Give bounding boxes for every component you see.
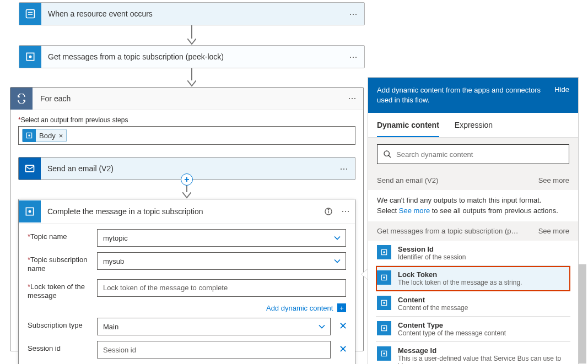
servicebus-icon: [19, 46, 41, 68]
flow-arrow: [187, 68, 196, 87]
step-title: Get messages from a topic subscription (…: [41, 52, 342, 61]
subscription-type-label: Subscription type: [28, 318, 97, 330]
svg-point-4: [28, 134, 30, 137]
session-id-label: Session id: [28, 341, 97, 353]
flow-arrow: [187, 25, 196, 45]
servicebus-icon: [377, 245, 391, 259]
foreach-title: For each: [33, 94, 341, 103]
see-more-link[interactable]: See more: [538, 176, 569, 184]
svg-point-7: [29, 210, 31, 213]
servicebus-icon: [377, 270, 391, 285]
dc-item-name: Lock Token: [398, 270, 522, 279]
dc-item-content-type[interactable]: Content TypeContent type of the message …: [376, 317, 570, 342]
dc-item-desc: This is a user-defined value that Servic…: [398, 355, 569, 364]
select-output-label: *Select an output from previous steps: [18, 116, 355, 124]
add-dynamic-content-link[interactable]: Add dynamic content: [266, 304, 333, 312]
servicebus-icon: [19, 200, 41, 222]
info-icon[interactable]: [321, 207, 336, 216]
svg-line-12: [389, 155, 391, 157]
dynamic-content-header: Add dynamic content from the apps and co…: [368, 78, 578, 113]
servicebus-icon: [377, 346, 391, 361]
step-resource-event[interactable]: When a resource event occurs ···: [19, 2, 365, 25]
step-get-messages[interactable]: Get messages from a topic subscription (…: [19, 45, 365, 68]
clear-button[interactable]: ✕: [339, 343, 347, 355]
dc-item-lock-token[interactable]: Lock TokenThe lock token of the message …: [376, 266, 570, 291]
dc-item-name: Session Id: [398, 245, 466, 253]
section-get-messages: Get messages from a topic subscription (…: [368, 221, 578, 241]
svg-point-22: [383, 352, 385, 355]
lock-token-label: *Lock token of the message: [28, 279, 97, 301]
foreach-icon: [10, 88, 33, 110]
tab-expression[interactable]: Expression: [455, 113, 493, 137]
dc-item-desc: Identifier of the session: [398, 253, 466, 261]
dc-item-name: Content Type: [398, 321, 506, 329]
search-dynamic-content[interactable]: [377, 144, 569, 164]
step-menu-button[interactable]: ···: [333, 163, 355, 175]
topic-name-select[interactable]: [97, 229, 346, 247]
dc-item-name: Content: [398, 296, 468, 304]
svg-point-18: [383, 302, 385, 304]
pill-label: Body: [39, 132, 56, 140]
step-menu-button[interactable]: ···: [342, 8, 364, 20]
dc-item-message-id[interactable]: Message IdThis is a user-defined value t…: [376, 342, 570, 364]
svg-point-20: [383, 327, 385, 329]
servicebus-icon: [377, 321, 391, 335]
dynamic-content-panel: Add dynamic content from the apps and co…: [368, 77, 579, 364]
step-complete-message: Complete the message in a topic subscrip…: [18, 199, 355, 364]
subscription-name-label: *Topic subscription name: [28, 252, 97, 274]
complete-header[interactable]: Complete the message in a topic subscrip…: [19, 199, 355, 224]
add-step-button[interactable]: +: [181, 173, 193, 186]
svg-point-2: [29, 56, 32, 58]
search-icon: [383, 150, 392, 159]
dc-item-content[interactable]: ContentContent of the message: [376, 291, 570, 317]
dc-item-session-id[interactable]: Session IdIdentifier of the session: [376, 241, 570, 266]
svg-point-10: [328, 209, 328, 210]
tab-dynamic-content[interactable]: Dynamic content: [377, 113, 439, 137]
svg-point-16: [383, 276, 385, 279]
outlook-icon: [19, 157, 41, 180]
svg-point-11: [384, 151, 389, 156]
scrollbar[interactable]: [579, 264, 586, 364]
dynamic-content-header-text: Add dynamic content from the apps and co…: [377, 85, 554, 105]
dc-item-desc: The lock token of the message as a strin…: [398, 279, 522, 286]
servicebus-icon: [23, 129, 36, 142]
topic-name-label: *Topic name: [28, 229, 97, 241]
add-dynamic-content-row: Add dynamic content +: [97, 303, 346, 312]
select-output-input[interactable]: Body ×: [18, 126, 355, 145]
see-more-link[interactable]: See more: [399, 207, 430, 215]
section-send-email: Send an email (V2) See more: [368, 171, 578, 190]
hide-panel-button[interactable]: Hide: [554, 85, 569, 105]
search-input[interactable]: [392, 150, 563, 159]
clear-button[interactable]: ✕: [339, 320, 347, 332]
subscription-name-select[interactable]: [97, 252, 346, 270]
pill-remove-button[interactable]: ×: [59, 132, 63, 140]
see-more-link[interactable]: See more: [538, 227, 569, 235]
step-title: Send an email (V2): [41, 164, 333, 173]
add-dynamic-content-button[interactable]: +: [337, 303, 346, 312]
lock-token-input[interactable]: [97, 279, 346, 297]
complete-title: Complete the message in a topic subscrip…: [41, 207, 321, 216]
subscription-type-select[interactable]: [97, 318, 331, 335]
dc-item-desc: Content type of the message content: [398, 329, 506, 337]
foreach-header[interactable]: For each ···: [10, 88, 363, 110]
step-menu-button[interactable]: ···: [342, 51, 364, 63]
dc-item-name: Message Id: [398, 346, 569, 355]
no-outputs-note: We can't find any outputs to match this …: [368, 190, 578, 221]
foreach-menu-button[interactable]: ···: [341, 93, 363, 104]
dc-item-desc: Content of the message: [398, 304, 468, 312]
foreach-container: For each ··· *Select an output from prev…: [10, 87, 364, 351]
body-token-pill[interactable]: Body ×: [22, 129, 67, 142]
step-title: When a resource event occurs: [41, 9, 342, 18]
dynamic-content-tabs: Dynamic content Expression: [368, 113, 578, 138]
azure-eventgrid-icon: [19, 3, 41, 25]
session-id-input[interactable]: [97, 341, 331, 358]
step-menu-button[interactable]: ···: [336, 205, 355, 217]
svg-point-14: [383, 251, 385, 253]
servicebus-icon: [377, 296, 391, 310]
